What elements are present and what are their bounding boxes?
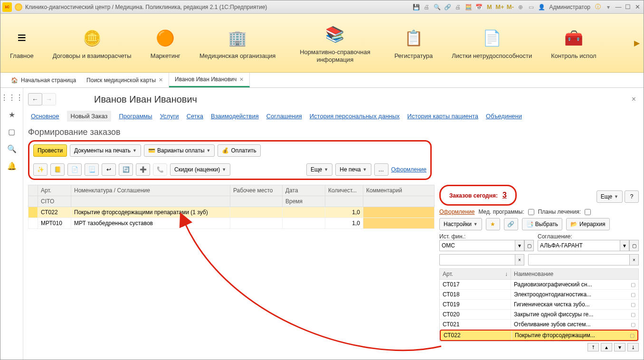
more-button[interactable]: Еще▼ (306, 163, 332, 176)
open-icon[interactable]: ▢ (631, 292, 635, 298)
open-icon[interactable]: ▢ (631, 282, 635, 288)
tb-panel-icon[interactable]: ▭ (526, 2, 536, 12)
noprint-button[interactable]: Не печа▼ (335, 163, 371, 176)
nav-more-icon[interactable]: ▶ (634, 38, 640, 47)
subtab-grid[interactable]: Сетка (187, 113, 203, 120)
scroll-top-icon[interactable]: ⤒ (587, 343, 599, 351)
col-art[interactable]: Арт. (38, 185, 71, 196)
subtab-interactions[interactable]: Взаимодействия (211, 113, 259, 120)
list-item[interactable]: СТ017Радиовизиографический сн...▢ (440, 280, 638, 290)
tab-home[interactable]: 🏠Начальная страница (6, 74, 81, 86)
nav-reference[interactable]: 📚Нормативно-справочная информация (285, 14, 385, 72)
subtab-main[interactable]: Основное (31, 113, 59, 120)
tab-search-card[interactable]: Поиск медицинской карты✕ (81, 73, 169, 87)
istfin-input[interactable] (439, 240, 515, 251)
subtab-services[interactable]: Услуги (160, 113, 179, 120)
col-cito[interactable]: CITO (38, 196, 71, 207)
open-icon[interactable]: ▢ (631, 322, 635, 328)
list-item[interactable]: СТ020Закрытие одной фиссуры ге...▢ (440, 310, 638, 320)
sidebar-apps-icon[interactable]: ⋮⋮⋮ (6, 92, 18, 103)
nav-marketing[interactable]: 🟠Маркетинг (141, 14, 190, 72)
nav-main[interactable]: ≡Главное (0, 14, 43, 72)
payment-options-button[interactable]: 💳Варианты оплаты▼ (144, 144, 215, 157)
tb-icon-5[interactable]: ↩ (102, 163, 116, 176)
current-user[interactable]: Администратор (547, 4, 592, 10)
subtab-card-history[interactable]: История карты пациента (407, 113, 479, 120)
sidebar-bell-icon[interactable]: 🔔 (6, 160, 18, 171)
plans-checkbox[interactable] (585, 209, 591, 215)
nav-back-button[interactable]: ← (28, 93, 42, 105)
star-button[interactable]: ★ (486, 218, 500, 230)
tb-icon-8[interactable]: 📞 (153, 163, 167, 176)
settings-button[interactable]: Настройки▼ (439, 218, 482, 230)
nav-medorg[interactable]: 🏢Медицинская организация (190, 14, 285, 72)
nav-control[interactable]: 🧰Контроль испол (541, 14, 606, 72)
open-icon[interactable]: ▢ (629, 240, 639, 251)
nav-sicklists[interactable]: 📄Листки нетрудоспособности (442, 14, 541, 72)
oformlenie-link[interactable]: Оформление (391, 166, 426, 173)
subtab-personal-history[interactable]: История персональных данных (310, 113, 400, 120)
scroll-down-icon[interactable]: ▼ (614, 343, 625, 351)
sidebar-search-icon[interactable]: 🔍 (6, 143, 18, 154)
clear-icon[interactable]: × (515, 254, 524, 265)
subtab-agreements[interactable]: Соглашения (266, 113, 302, 120)
col-nom[interactable]: Номенклатура / Соглашение (71, 185, 230, 196)
tb-zoom-icon[interactable]: ⊕ (516, 2, 525, 12)
sidebar-star-icon[interactable]: ★ (6, 109, 18, 120)
medprog-checkbox[interactable] (528, 209, 534, 215)
tb-save-icon[interactable]: 💾 (411, 2, 421, 12)
table-row[interactable]: СТ022 Покрытие фторсодержащими препарата… (28, 207, 435, 218)
tb-mplus[interactable]: M+ (495, 2, 504, 12)
provesti-button[interactable]: Провести (33, 144, 67, 157)
subtab-neworder[interactable]: Новый Заказ (67, 111, 112, 122)
nav-registry[interactable]: 📋Регистратура (385, 14, 442, 72)
hierarchy-button[interactable]: 📂 Иерархия (566, 218, 609, 230)
tb-calendar-icon[interactable]: 📅 (474, 2, 483, 12)
dropdown-icon[interactable]: ▾ (604, 2, 613, 12)
close-button[interactable]: ✕ (633, 3, 642, 11)
table-row[interactable]: МРТ010 МРТ тазобедренных суставов 1,0 (28, 218, 435, 229)
scroll-bottom-icon[interactable]: ⤓ (627, 343, 639, 351)
ellipsis-button[interactable]: … (374, 163, 388, 176)
dropdown-icon[interactable]: ▼ (620, 240, 629, 251)
sogl-input[interactable] (538, 240, 620, 251)
print-docs-button[interactable]: Документы на печать▼ (70, 144, 141, 157)
pay-button[interactable]: 💰Оплатить (218, 144, 260, 157)
maximize-button[interactable]: ☐ (624, 3, 632, 11)
close-icon[interactable]: ✕ (239, 76, 244, 83)
tb-icon-3[interactable]: 📄 (67, 163, 82, 176)
subtab-programs[interactable]: Программы (119, 113, 152, 120)
scroll-up-icon[interactable]: ▲ (601, 343, 612, 351)
col-qty[interactable]: Количест... (325, 185, 363, 196)
oformlenie-link-2[interactable]: Оформление (439, 208, 474, 215)
tb-print2-icon[interactable]: 🖨 (453, 2, 463, 12)
tb-icon-7[interactable]: ➕ (136, 163, 150, 176)
select-button[interactable]: 📑 Выбрать (522, 218, 562, 230)
tb-calc-icon[interactable]: 🧮 (464, 2, 473, 12)
open-icon[interactable]: ▢ (631, 302, 635, 308)
page-close-button[interactable]: × (629, 95, 639, 104)
orders-count[interactable]: 3 (502, 191, 507, 199)
tb-m[interactable]: M (484, 2, 494, 12)
tb-icon-4[interactable]: 📃 (85, 163, 99, 176)
help-button[interactable]: ? (625, 190, 639, 203)
tb-mminus[interactable]: M- (505, 2, 515, 12)
filter-art-input[interactable] (439, 254, 515, 265)
col-art[interactable]: Арт.↓ (440, 269, 511, 279)
sidebar-tag-icon[interactable]: ▢ (6, 126, 18, 137)
tb-print-icon[interactable]: 🖨 (422, 2, 431, 12)
tb-icon-2[interactable]: 📒 (50, 163, 65, 176)
nav-contracts[interactable]: 🪙Договоры и взаиморасчеты (43, 14, 141, 72)
filter-name-input[interactable] (528, 254, 629, 265)
discounts-button[interactable]: Скидки (наценки)▼ (170, 163, 230, 176)
list-item[interactable]: СТ019Гигиеническая чистка зубо...▢ (440, 300, 638, 310)
tb-icon-6[interactable]: 🔄 (119, 163, 133, 176)
col-comment[interactable]: Комментарий (363, 185, 435, 196)
subtab-merge[interactable]: Объединени (486, 113, 522, 120)
open-icon[interactable]: ▢ (524, 240, 534, 251)
info-icon[interactable]: ⓘ (593, 2, 603, 12)
open-icon[interactable]: ▢ (631, 312, 635, 318)
list-item[interactable]: СТ018Электроодонтодиагностика...▢ (440, 290, 638, 300)
col-time[interactable]: Время (283, 196, 325, 207)
dropdown-icon[interactable]: ▼ (515, 240, 524, 251)
